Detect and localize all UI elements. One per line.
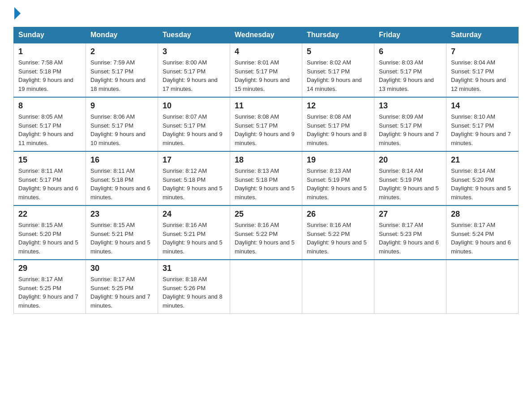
calendar-header-row: SundayMondayTuesdayWednesdayThursdayFrid…	[14, 27, 519, 43]
day-info: Sunrise: 8:02 AMSunset: 5:17 PMDaylight:…	[307, 59, 362, 92]
logo-triangle-icon	[14, 7, 21, 20]
calendar-empty-cell	[302, 260, 374, 314]
day-info: Sunrise: 8:17 AMSunset: 5:25 PMDaylight:…	[18, 276, 78, 309]
day-number: 17	[163, 155, 225, 165]
day-info: Sunrise: 8:05 AMSunset: 5:17 PMDaylight:…	[18, 113, 73, 146]
day-number: 25	[235, 210, 297, 219]
calendar-day-cell: 26 Sunrise: 8:16 AMSunset: 5:22 PMDaylig…	[302, 206, 374, 260]
calendar-week-row: 15 Sunrise: 8:11 AMSunset: 5:17 PMDaylig…	[14, 151, 519, 206]
day-number: 12	[307, 101, 369, 111]
calendar-week-row: 8 Sunrise: 8:05 AMSunset: 5:17 PMDayligh…	[14, 97, 519, 151]
day-info: Sunrise: 8:06 AMSunset: 5:17 PMDaylight:…	[90, 113, 146, 146]
day-number: 11	[235, 101, 297, 111]
column-header-monday: Monday	[86, 27, 158, 43]
calendar-day-cell: 4 Sunrise: 8:01 AMSunset: 5:17 PMDayligh…	[230, 43, 302, 97]
day-info: Sunrise: 8:11 AMSunset: 5:18 PMDaylight:…	[90, 167, 150, 201]
day-info: Sunrise: 8:04 AMSunset: 5:17 PMDaylight:…	[451, 59, 506, 92]
column-header-wednesday: Wednesday	[230, 27, 302, 43]
calendar-day-cell: 13 Sunrise: 8:09 AMSunset: 5:17 PMDaylig…	[374, 97, 446, 151]
day-number: 24	[163, 210, 225, 219]
day-number: 9	[90, 101, 153, 111]
calendar-day-cell: 27 Sunrise: 8:17 AMSunset: 5:23 PMDaylig…	[374, 206, 446, 260]
day-number: 22	[18, 210, 81, 219]
calendar-day-cell: 16 Sunrise: 8:11 AMSunset: 5:18 PMDaylig…	[86, 151, 158, 206]
day-info: Sunrise: 8:16 AMSunset: 5:21 PMDaylight:…	[163, 222, 223, 255]
day-number: 18	[235, 155, 297, 165]
day-number: 14	[451, 101, 514, 111]
calendar-day-cell: 29 Sunrise: 8:17 AMSunset: 5:25 PMDaylig…	[14, 260, 86, 314]
calendar-week-row: 1 Sunrise: 7:58 AMSunset: 5:18 PMDayligh…	[14, 43, 519, 97]
day-number: 30	[90, 264, 153, 273]
day-info: Sunrise: 8:07 AMSunset: 5:17 PMDaylight:…	[163, 113, 223, 146]
day-number: 31	[163, 264, 225, 273]
day-number: 2	[90, 47, 153, 56]
day-number: 16	[90, 155, 153, 165]
calendar-day-cell: 8 Sunrise: 8:05 AMSunset: 5:17 PMDayligh…	[14, 97, 86, 151]
day-info: Sunrise: 8:14 AMSunset: 5:19 PMDaylight:…	[379, 167, 439, 201]
calendar-day-cell: 17 Sunrise: 8:12 AMSunset: 5:18 PMDaylig…	[158, 151, 230, 206]
day-number: 10	[163, 101, 225, 111]
day-info: Sunrise: 8:13 AMSunset: 5:18 PMDaylight:…	[235, 167, 295, 201]
calendar-empty-cell	[374, 260, 446, 314]
day-number: 23	[90, 210, 153, 219]
day-number: 21	[451, 155, 514, 165]
calendar-day-cell: 2 Sunrise: 7:59 AMSunset: 5:17 PMDayligh…	[86, 43, 158, 97]
day-info: Sunrise: 8:17 AMSunset: 5:23 PMDaylight:…	[379, 222, 439, 255]
calendar-day-cell: 21 Sunrise: 8:14 AMSunset: 5:20 PMDaylig…	[446, 151, 519, 206]
column-header-tuesday: Tuesday	[158, 27, 230, 43]
calendar-day-cell: 15 Sunrise: 8:11 AMSunset: 5:17 PMDaylig…	[14, 151, 86, 206]
day-number: 26	[307, 210, 369, 219]
calendar-empty-cell	[230, 260, 302, 314]
day-number: 29	[18, 264, 81, 273]
day-number: 3	[163, 47, 225, 56]
day-number: 6	[379, 47, 442, 56]
page-header	[13, 9, 519, 20]
day-info: Sunrise: 8:16 AMSunset: 5:22 PMDaylight:…	[235, 222, 295, 255]
calendar-day-cell: 31 Sunrise: 8:18 AMSunset: 5:26 PMDaylig…	[158, 260, 230, 314]
calendar-day-cell: 3 Sunrise: 8:00 AMSunset: 5:17 PMDayligh…	[158, 43, 230, 97]
calendar-day-cell: 14 Sunrise: 8:10 AMSunset: 5:17 PMDaylig…	[446, 97, 519, 151]
day-number: 20	[379, 155, 442, 165]
day-number: 27	[379, 210, 442, 219]
calendar-day-cell: 28 Sunrise: 8:17 AMSunset: 5:24 PMDaylig…	[446, 206, 519, 260]
calendar-day-cell: 23 Sunrise: 8:15 AMSunset: 5:21 PMDaylig…	[86, 206, 158, 260]
calendar-day-cell: 19 Sunrise: 8:13 AMSunset: 5:19 PMDaylig…	[302, 151, 374, 206]
calendar-week-row: 29 Sunrise: 8:17 AMSunset: 5:25 PMDaylig…	[14, 260, 519, 314]
day-number: 4	[235, 47, 297, 56]
day-info: Sunrise: 8:14 AMSunset: 5:20 PMDaylight:…	[451, 167, 511, 201]
logo	[13, 9, 21, 20]
column-header-saturday: Saturday	[446, 27, 519, 43]
column-header-sunday: Sunday	[14, 27, 86, 43]
column-header-thursday: Thursday	[302, 27, 374, 43]
day-info: Sunrise: 8:03 AMSunset: 5:17 PMDaylight:…	[379, 59, 434, 92]
calendar-day-cell: 25 Sunrise: 8:16 AMSunset: 5:22 PMDaylig…	[230, 206, 302, 260]
day-info: Sunrise: 8:18 AMSunset: 5:26 PMDaylight:…	[163, 276, 223, 309]
calendar-day-cell: 7 Sunrise: 8:04 AMSunset: 5:17 PMDayligh…	[446, 43, 519, 97]
calendar-day-cell: 18 Sunrise: 8:13 AMSunset: 5:18 PMDaylig…	[230, 151, 302, 206]
day-info: Sunrise: 8:12 AMSunset: 5:18 PMDaylight:…	[163, 167, 223, 201]
day-info: Sunrise: 7:59 AMSunset: 5:17 PMDaylight:…	[90, 59, 146, 92]
calendar-day-cell: 22 Sunrise: 8:15 AMSunset: 5:20 PMDaylig…	[14, 206, 86, 260]
day-info: Sunrise: 8:08 AMSunset: 5:17 PMDaylight:…	[235, 113, 295, 146]
day-number: 8	[18, 101, 81, 111]
day-info: Sunrise: 8:10 AMSunset: 5:17 PMDaylight:…	[451, 113, 511, 146]
day-info: Sunrise: 8:15 AMSunset: 5:20 PMDaylight:…	[18, 222, 78, 255]
day-info: Sunrise: 8:01 AMSunset: 5:17 PMDaylight:…	[235, 59, 290, 92]
calendar-day-cell: 5 Sunrise: 8:02 AMSunset: 5:17 PMDayligh…	[302, 43, 374, 97]
calendar-day-cell: 30 Sunrise: 8:17 AMSunset: 5:25 PMDaylig…	[86, 260, 158, 314]
calendar-day-cell: 12 Sunrise: 8:08 AMSunset: 5:17 PMDaylig…	[302, 97, 374, 151]
calendar-week-row: 22 Sunrise: 8:15 AMSunset: 5:20 PMDaylig…	[14, 206, 519, 260]
calendar-empty-cell	[446, 260, 519, 314]
calendar-day-cell: 10 Sunrise: 8:07 AMSunset: 5:17 PMDaylig…	[158, 97, 230, 151]
calendar-day-cell: 20 Sunrise: 8:14 AMSunset: 5:19 PMDaylig…	[374, 151, 446, 206]
day-number: 5	[307, 47, 369, 56]
day-number: 7	[451, 47, 514, 56]
day-info: Sunrise: 8:13 AMSunset: 5:19 PMDaylight:…	[307, 167, 367, 201]
column-header-friday: Friday	[374, 27, 446, 43]
day-number: 19	[307, 155, 369, 165]
day-info: Sunrise: 7:58 AMSunset: 5:18 PMDaylight:…	[18, 59, 73, 92]
day-number: 1	[18, 47, 81, 56]
calendar-table: SundayMondayTuesdayWednesdayThursdayFrid…	[13, 27, 519, 314]
calendar-day-cell: 24 Sunrise: 8:16 AMSunset: 5:21 PMDaylig…	[158, 206, 230, 260]
day-info: Sunrise: 8:09 AMSunset: 5:17 PMDaylight:…	[379, 113, 439, 146]
